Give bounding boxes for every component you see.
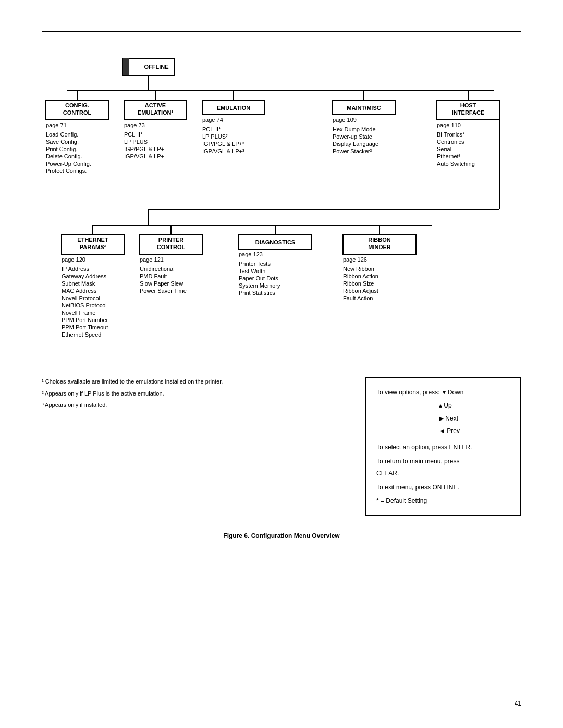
arrow-prev: ◄ Prev bbox=[439, 427, 460, 435]
svg-text:MAC Address: MAC Address bbox=[62, 288, 97, 294]
svg-text:Ribbon Adjust: Ribbon Adjust bbox=[343, 288, 378, 294]
info-line3: To return to main menu, press bbox=[376, 458, 459, 465]
view-options-line: To view options, press: ▾ Down bbox=[376, 387, 510, 399]
svg-text:PPM Port Timeout: PPM Port Timeout bbox=[62, 324, 108, 330]
top-border-line bbox=[42, 31, 521, 32]
svg-text:MINDER: MINDER bbox=[368, 244, 390, 250]
svg-text:Save Config.: Save Config. bbox=[46, 139, 79, 145]
svg-text:Power Saver Time: Power Saver Time bbox=[140, 288, 187, 294]
svg-text:Bi-Tronics*: Bi-Tronics* bbox=[437, 131, 465, 138]
svg-text:Test Width: Test Width bbox=[239, 268, 265, 274]
svg-text:LP PLUS: LP PLUS bbox=[124, 139, 148, 145]
page-number: 41 bbox=[515, 700, 521, 707]
svg-text:Centronics: Centronics bbox=[437, 139, 464, 145]
svg-text:ETHERNET: ETHERNET bbox=[77, 237, 108, 243]
svg-text:IGP/PGL & LP+: IGP/PGL & LP+ bbox=[124, 146, 164, 152]
info-box: To view options, press: ▾ Down ▴ Up ▶ Ne… bbox=[365, 377, 521, 516]
arrow-down: ▾ Down bbox=[443, 387, 463, 399]
svg-text:Unidirectional: Unidirectional bbox=[140, 266, 175, 272]
svg-text:Serial: Serial bbox=[437, 146, 451, 152]
svg-text:PCL-II*: PCL-II* bbox=[124, 131, 143, 138]
svg-text:PRINTER: PRINTER bbox=[158, 237, 183, 243]
footnote3: ³ Appears only if installed. bbox=[42, 401, 354, 410]
config-control-label1: CONFIG. bbox=[65, 102, 89, 108]
svg-text:page 73: page 73 bbox=[124, 122, 145, 128]
svg-text:Load Config.: Load Config. bbox=[46, 131, 78, 138]
info-line5: To exit menu, press ON LINE. bbox=[376, 484, 459, 491]
svg-text:PARAMS³: PARAMS³ bbox=[80, 244, 106, 250]
figure-caption: Figure 6. Configuration Menu Overview bbox=[42, 532, 521, 539]
svg-text:Display Language: Display Language bbox=[333, 141, 378, 147]
config-control-label2: CONTROL bbox=[63, 109, 92, 116]
svg-text:ACTIVE: ACTIVE bbox=[145, 102, 166, 108]
svg-text:Ethernet³: Ethernet³ bbox=[437, 153, 461, 159]
main-content: OFFLINE CONFIG. CO bbox=[42, 53, 521, 539]
info-line6: * = Default Setting bbox=[376, 497, 427, 504]
svg-text:INTERFACE: INTERFACE bbox=[452, 109, 484, 116]
svg-text:Ribbon Size: Ribbon Size bbox=[343, 280, 374, 287]
svg-text:page 123: page 123 bbox=[239, 251, 263, 257]
svg-text:NetBIOS Protocol: NetBIOS Protocol bbox=[62, 302, 107, 309]
offline-label: OFFLINE bbox=[144, 64, 168, 70]
arrow-up: ▴ Up bbox=[439, 402, 452, 409]
svg-text:page 109: page 109 bbox=[333, 117, 357, 123]
diagram-container: OFFLINE CONFIG. CO bbox=[42, 53, 521, 367]
svg-text:IGP/VGL & LP+: IGP/VGL & LP+ bbox=[124, 153, 164, 159]
svg-text:IP Address: IP Address bbox=[62, 266, 89, 272]
footnote2: ² Appears only if LP Plus is the active … bbox=[42, 389, 354, 398]
svg-text:MAINT/MISC: MAINT/MISC bbox=[347, 105, 381, 111]
footnote1: ¹ Choices available are limited to the e… bbox=[42, 377, 354, 386]
svg-text:Novell Protocol: Novell Protocol bbox=[62, 295, 100, 301]
svg-text:page 126: page 126 bbox=[343, 256, 367, 263]
page: OFFLINE CONFIG. CO bbox=[0, 0, 563, 728]
svg-text:Print Statistics: Print Statistics bbox=[239, 290, 275, 296]
svg-text:page 121: page 121 bbox=[140, 256, 164, 263]
svg-text:CONTROL: CONTROL bbox=[157, 244, 186, 250]
svg-text:Protect Configs.: Protect Configs. bbox=[46, 168, 87, 174]
svg-text:Hex Dump Mode: Hex Dump Mode bbox=[333, 126, 376, 132]
svg-text:Paper Out Dots: Paper Out Dots bbox=[239, 275, 278, 281]
svg-text:EMULATION¹: EMULATION¹ bbox=[138, 109, 174, 116]
svg-text:Novell Frame: Novell Frame bbox=[62, 310, 95, 316]
svg-text:HOST: HOST bbox=[460, 102, 476, 108]
svg-text:EMULATION: EMULATION bbox=[217, 105, 251, 111]
svg-text:IGP/PGL & LP+³: IGP/PGL & LP+³ bbox=[202, 141, 244, 147]
info-line1: To view options, press: bbox=[376, 387, 439, 399]
svg-text:IGP/VGL & LP+³: IGP/VGL & LP+³ bbox=[202, 148, 244, 154]
svg-text:Ribbon Action: Ribbon Action bbox=[343, 273, 378, 279]
svg-text:PCL-II*: PCL-II* bbox=[202, 126, 221, 132]
svg-text:Printer Tests: Printer Tests bbox=[239, 261, 271, 267]
svg-text:New Ribbon: New Ribbon bbox=[343, 266, 374, 272]
svg-rect-2 bbox=[123, 58, 129, 75]
svg-text:Ethernet Speed: Ethernet Speed bbox=[62, 331, 101, 338]
svg-text:Subnet Mask: Subnet Mask bbox=[62, 280, 95, 287]
svg-text:Power-up State: Power-up State bbox=[333, 133, 372, 140]
svg-text:page 120: page 120 bbox=[62, 256, 85, 263]
svg-text:page 110: page 110 bbox=[437, 122, 461, 128]
svg-text:Delete Config.: Delete Config. bbox=[46, 153, 82, 159]
svg-text:DIAGNOSTICS: DIAGNOSTICS bbox=[255, 239, 295, 245]
svg-text:Print Config.: Print Config. bbox=[46, 146, 78, 152]
svg-text:Power Stacker³: Power Stacker³ bbox=[333, 148, 372, 154]
svg-text:Power-Up Config.: Power-Up Config. bbox=[46, 161, 91, 167]
info-line2: To select an option, press ENTER. bbox=[376, 443, 472, 451]
config-control-page: page 71 bbox=[46, 122, 67, 128]
footnotes-section: ¹ Choices available are limited to the e… bbox=[42, 377, 354, 516]
svg-text:Gateway Address: Gateway Address bbox=[62, 273, 107, 279]
svg-text:Auto Switching: Auto Switching bbox=[437, 161, 475, 167]
svg-text:System Memory: System Memory bbox=[239, 282, 280, 289]
svg-text:Fault Action: Fault Action bbox=[343, 295, 373, 301]
svg-text:LP PLUS²: LP PLUS² bbox=[202, 133, 228, 140]
svg-text:page 74: page 74 bbox=[202, 117, 223, 123]
svg-text:PPM Port Number: PPM Port Number bbox=[62, 317, 108, 323]
arrow-next: ▶ Next bbox=[439, 415, 458, 422]
svg-text:Slow Paper Slew: Slow Paper Slew bbox=[140, 280, 183, 287]
svg-text:PMD Fault: PMD Fault bbox=[140, 273, 167, 279]
info-line4: CLEAR. bbox=[376, 470, 399, 477]
bottom-area: ¹ Choices available are limited to the e… bbox=[42, 377, 521, 516]
svg-text:RIBBON: RIBBON bbox=[368, 237, 390, 243]
